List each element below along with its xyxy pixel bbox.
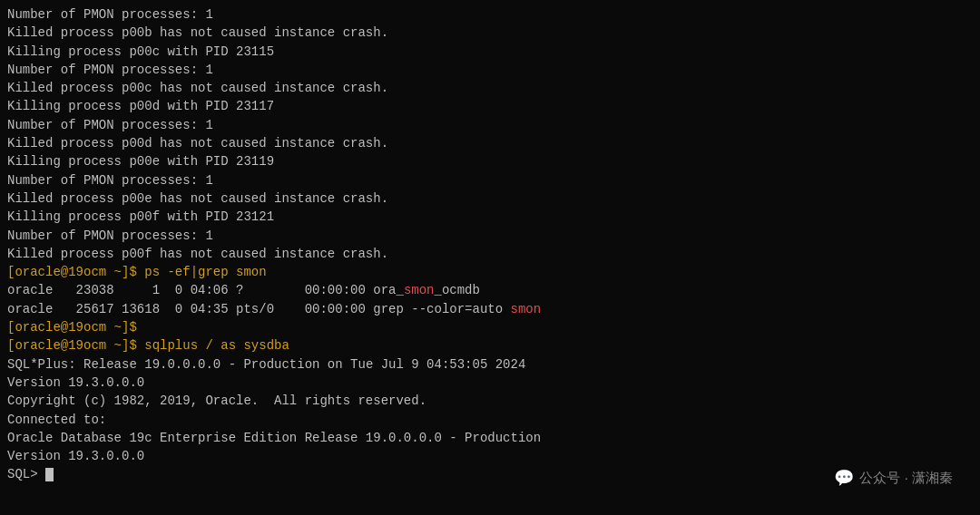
terminal-content: Number of PMON processes: 1Killed proces… [7,5,973,484]
terminal-line: Oracle Database 19c Enterprise Edition R… [7,429,973,447]
terminal-line: Killing process p00d with PID 23117 [7,97,973,115]
terminal-text-part: smon [511,302,542,316]
terminal-text-part: oracle 25617 13618 0 04:35 pts/0 00:00:0… [7,302,511,316]
terminal-line: Killing process p00f with PID 23121 [7,208,973,226]
terminal-line: Killed process p00b has not caused insta… [7,24,973,42]
terminal-line: Version 19.3.0.0.0 [7,447,973,465]
terminal-text-part: smon [404,283,435,297]
terminal-line: [oracle@19ocm ~]$ [7,318,973,336]
terminal-line: oracle 23038 1 0 04:06 ? 00:00:00 ora_sm… [7,281,973,299]
terminal-line: Version 19.3.0.0.0 [7,374,973,392]
terminal-line: Killing process p00e with PID 23119 [7,152,973,170]
terminal-text-part: Production [465,431,541,445]
watermark-icon: 💬 [834,466,854,490]
terminal-line: Killed process p00e has not caused insta… [7,189,973,208]
terminal-line: Number of PMON processes: 1 [7,61,973,79]
terminal-line: Connected to: [7,411,973,429]
terminal-line: [oracle@19ocm ~]$ ps -ef|grep smon [7,263,973,281]
terminal-window: Number of PMON processes: 1Killed proces… [0,0,980,515]
terminal-text-part: SQL*Plus: Release 19.0.0.0.0 - [7,357,243,372]
terminal-line: Number of PMON processes: 1 [7,5,973,24]
terminal-cursor [45,468,54,481]
terminal-line: Killed process p00d has not caused insta… [7,134,973,152]
terminal-line: Copyright (c) 1982, 2019, Oracle. All ri… [7,392,973,410]
terminal-line: Killed process p00f has not caused insta… [7,245,973,263]
terminal-line: SQL*Plus: Release 19.0.0.0.0 - Productio… [7,355,973,374]
terminal-line: Number of PMON processes: 1 [7,171,973,189]
terminal-text-part: on Tue Jul 9 04:53:05 2024 [319,357,525,372]
terminal-text-part: oracle 23038 1 0 04:06 ? 00:00:00 ora_ [7,283,404,297]
terminal-text-part: Production [243,357,319,372]
terminal-text-part: Oracle Database 19c Enterprise Edition R… [7,431,465,445]
terminal-line: Number of PMON processes: 1 [7,116,973,134]
terminal-line: SQL> [7,465,973,483]
terminal-line: [oracle@19ocm ~]$ sqlplus / as sysdba [7,336,973,355]
watermark: 💬 公众号 · 潇湘秦 [834,466,953,490]
terminal-text-part: _ocmdb [434,283,479,297]
terminal-line: Killed process p00c has not caused insta… [7,79,973,97]
terminal-line: Number of PMON processes: 1 [7,227,973,245]
watermark-text: 公众号 · 潇湘秦 [859,468,953,488]
terminal-line: Killing process p00c with PID 23115 [7,43,973,61]
terminal-line: oracle 25617 13618 0 04:35 pts/0 00:00:0… [7,300,973,318]
